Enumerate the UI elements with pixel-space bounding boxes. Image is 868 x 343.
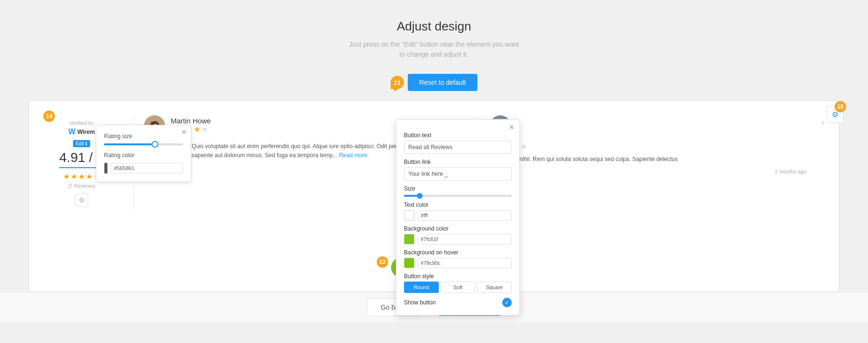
wirem-logo: W Wirem (68, 128, 95, 136)
bg-hover-input[interactable] (417, 258, 512, 268)
rating-size-label: Rating size (104, 133, 183, 140)
field-bg-hover-label: Background on hover (404, 249, 512, 256)
edit-label: Edit (76, 141, 84, 146)
rating-size-popup: ✕ Rating size Rating color (96, 125, 191, 182)
button-editor-popup: ✕ Button text Button link Size Text colo… (396, 119, 520, 315)
field-btn-style-label: Button style (404, 273, 512, 280)
star-2: ★ (71, 172, 77, 181)
rating-color-label: Rating color (104, 152, 183, 159)
color-value-input[interactable] (111, 163, 183, 173)
read-more-1[interactable]: Read more. (339, 152, 369, 159)
star-4: ★ (86, 172, 93, 181)
size-slider[interactable] (404, 195, 512, 197)
logo-text: Wirem (77, 129, 95, 135)
bg-color-row (404, 234, 512, 244)
bg-color-input[interactable] (417, 234, 512, 244)
bg-color-swatch[interactable] (404, 234, 414, 244)
popup-close-button[interactable]: ✕ (181, 128, 187, 136)
rating-stars: ★ ★ ★ ★ ★ (63, 172, 100, 181)
right-gear-area: 10 ⚙ (827, 106, 844, 123)
star-3: ★ (78, 172, 85, 181)
page-title: Adjust design (349, 19, 519, 34)
review-count: (2 Reviews) (68, 183, 95, 189)
badge-10: 10 (835, 101, 846, 112)
page-subtitle-2: to change and adjust it. (349, 50, 519, 60)
style-round-btn[interactable]: Round (404, 282, 439, 293)
reset-to-default-button[interactable]: Reset to default (408, 74, 477, 91)
star-1: ★ (63, 172, 70, 181)
text-color-input[interactable] (417, 210, 512, 221)
style-soft-btn[interactable]: Soft (441, 282, 475, 293)
rating-color-input (104, 162, 183, 174)
badge-14: 14 (43, 111, 55, 122)
field-button-text-label: Button text (404, 132, 512, 139)
badge-12: 12 (377, 256, 388, 268)
popup-close-btn[interactable]: ✕ (509, 123, 515, 131)
rating-gear-button[interactable]: ⚙ (75, 193, 88, 207)
verified-by-text: Verified by (69, 120, 93, 126)
w-icon: W (68, 128, 75, 136)
button-link-input[interactable] (404, 167, 512, 181)
review-text-2: iae qui quo nihil. Rem qui soluta soluta… (490, 155, 806, 164)
bg-hover-swatch[interactable] (404, 258, 414, 268)
time-ago-2: 1 months ago (490, 169, 806, 174)
show-button-row: Show button ✓ (404, 298, 512, 307)
edit-rating-button[interactable]: Edit ℹ (73, 140, 90, 147)
field-size-label: Size (404, 185, 512, 192)
r2-star5: ★ (520, 142, 527, 151)
show-button-label: Show button (404, 299, 436, 306)
review-card-2: 👤 ★ ★ ★ ★ ★ iae qui quo nihil. Rem qui s… (490, 115, 806, 212)
review-stars-2: ★ ★ ★ ★ ★ (490, 142, 806, 151)
field-bg-color-label: Background color (404, 225, 512, 232)
field-button-link-label: Button link (404, 159, 512, 165)
show-button-checkbox[interactable]: ✓ (502, 298, 512, 307)
r1-star5: ★ (201, 125, 208, 134)
info-icon: ℹ (85, 141, 87, 146)
text-color-swatch[interactable] (404, 210, 414, 221)
field-text-color-label: Text color (404, 202, 512, 208)
page-subtitle-1: Just press on the "Edit" button near the… (349, 40, 519, 50)
style-buttons: Round Soft Square (404, 282, 512, 293)
rating-summary-section: 14 Verified by W Wirem Edit ℹ 4.91 / 5 ★… (39, 115, 124, 212)
bg-hover-row (404, 258, 512, 268)
style-square-btn[interactable]: Square (477, 282, 512, 293)
r1-star4: ★ (194, 125, 200, 134)
text-color-row (404, 210, 512, 221)
rating-size-slider[interactable] (104, 143, 183, 145)
reviewer-name-1: Martin Howe (171, 117, 211, 125)
color-swatch[interactable] (104, 162, 108, 174)
button-text-input[interactable] (404, 141, 512, 154)
badge-11: 11 (391, 76, 404, 89)
